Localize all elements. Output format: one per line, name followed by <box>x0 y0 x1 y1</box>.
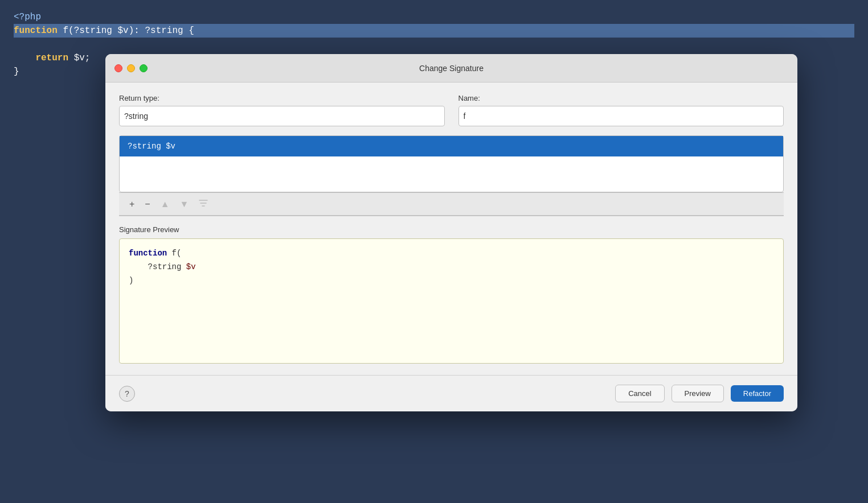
params-toolbar: + − ▲ ▼ <box>119 192 784 216</box>
preview-param-var: $v <box>186 262 196 271</box>
preview-keyword: function <box>129 249 167 258</box>
minimize-button[interactable] <box>127 64 135 72</box>
preview-param-indent: ?string <box>129 262 186 271</box>
dialog-footer: ? Cancel Preview Refactor <box>105 375 797 411</box>
name-label: Name: <box>458 94 784 102</box>
param-text-0: ?string $v <box>128 142 175 151</box>
code-line-5: } <box>14 67 19 77</box>
maximize-button[interactable] <box>140 64 148 72</box>
refactor-button[interactable]: Refactor <box>731 385 784 402</box>
add-param-button[interactable]: + <box>126 199 138 210</box>
move-up-button[interactable]: ▲ <box>157 199 173 210</box>
filter-icon <box>199 199 208 208</box>
help-button[interactable]: ? <box>119 386 135 402</box>
preview-section-label: Signature Preview <box>119 225 784 234</box>
return-type-input[interactable] <box>119 106 445 126</box>
return-type-label: Return type: <box>119 94 445 102</box>
code-line-4: return $v; <box>14 53 90 63</box>
move-down-button[interactable]: ▼ <box>177 199 193 210</box>
return-type-field: Return type: <box>119 94 445 126</box>
dialog-title: Change Signature <box>419 64 484 73</box>
name-field: Name: <box>458 94 784 126</box>
form-row: Return type: Name: <box>119 94 784 126</box>
preview-button[interactable]: Preview <box>672 385 724 402</box>
preview-close-paren: ) <box>129 276 133 285</box>
separator <box>119 216 784 216</box>
code-line-3: function f(?string $v): ?string { <box>14 24 854 38</box>
name-input[interactable] <box>458 106 784 126</box>
title-bar: Change Signature <box>105 54 797 83</box>
filter-button[interactable] <box>195 197 211 211</box>
code-line-1: <?php <box>14 12 41 22</box>
close-button[interactable] <box>114 64 122 72</box>
param-row-0[interactable]: ?string $v <box>120 136 783 156</box>
cancel-button[interactable]: Cancel <box>615 385 664 402</box>
dialog-body: Return type: Name: ?string $v + − ▲ ▼ <box>105 83 797 375</box>
remove-param-button[interactable]: − <box>141 199 153 210</box>
param-row-empty <box>120 156 783 191</box>
change-signature-dialog: Change Signature Return type: Name: ?str… <box>105 54 797 411</box>
signature-preview-section: Signature Preview function f( ?string $v… <box>119 225 784 364</box>
params-list: ?string $v <box>119 135 784 192</box>
preview-fn-name: f( <box>167 249 181 258</box>
preview-box: function f( ?string $v ) <box>119 238 784 364</box>
window-controls <box>114 64 148 72</box>
